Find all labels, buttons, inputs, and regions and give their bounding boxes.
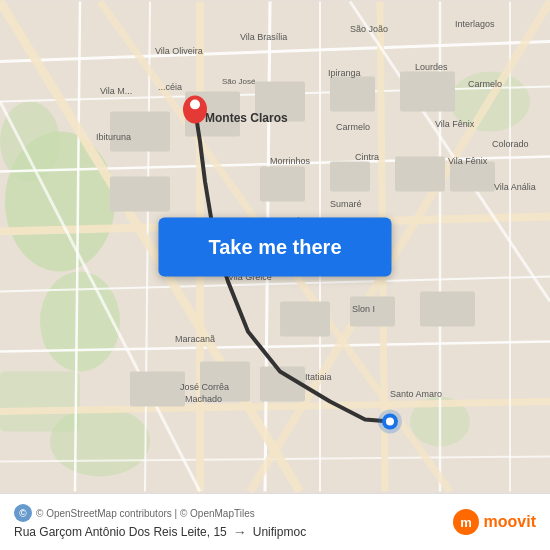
svg-text:...céia: ...céia	[158, 82, 182, 92]
svg-text:Ipiranga: Ipiranga	[328, 68, 361, 78]
svg-text:Santo Amaro: Santo Amaro	[390, 389, 442, 399]
svg-text:Morrinhos: Morrinhos	[270, 156, 311, 166]
svg-text:Montes Claros: Montes Claros	[205, 111, 288, 125]
bottom-bar: © © OpenStreetMap contributors | © OpenM…	[0, 493, 550, 550]
svg-text:Lourdes: Lourdes	[415, 62, 448, 72]
svg-rect-41	[420, 292, 475, 327]
svg-point-2	[40, 272, 120, 372]
osm-logo: ©	[14, 504, 32, 522]
svg-text:Maracanã: Maracanã	[175, 334, 215, 344]
svg-text:Carmelo: Carmelo	[468, 79, 502, 89]
svg-rect-34	[110, 177, 170, 212]
svg-point-74	[190, 100, 200, 110]
svg-text:Machado: Machado	[185, 394, 222, 404]
attribution-text: © OpenStreetMap contributors | © OpenMap…	[36, 508, 255, 519]
svg-text:Cintra: Cintra	[355, 152, 379, 162]
svg-text:Itatiaia: Itatiaia	[305, 372, 332, 382]
svg-text:Carmelo: Carmelo	[336, 122, 370, 132]
map-container: Vila Oliveira Vila Brasília São João Int…	[0, 0, 550, 493]
take-me-there-button[interactable]: Take me there	[158, 217, 391, 276]
moovit-text: moovit	[484, 513, 536, 531]
from-location: Rua Garçom Antônio Dos Reis Leite, 15	[14, 525, 227, 539]
svg-rect-32	[330, 77, 375, 112]
svg-text:Vila Fênix: Vila Fênix	[435, 119, 475, 129]
svg-text:Vila Oliveira: Vila Oliveira	[155, 46, 203, 56]
svg-point-78	[386, 418, 394, 426]
svg-text:Sumaré: Sumaré	[330, 199, 362, 209]
svg-text:Vila Brasília: Vila Brasília	[240, 32, 287, 42]
route-row: Rua Garçom Antônio Dos Reis Leite, 15 → …	[14, 524, 452, 540]
to-location: Unifipmoc	[253, 525, 306, 539]
svg-text:São José: São José	[222, 77, 256, 86]
svg-rect-37	[395, 157, 445, 192]
svg-text:São João: São João	[350, 24, 388, 34]
bottom-info: © © OpenStreetMap contributors | © OpenM…	[14, 504, 452, 540]
svg-text:Vila Fênix: Vila Fênix	[448, 156, 488, 166]
svg-text:Vila Anália: Vila Anália	[494, 182, 536, 192]
svg-text:m: m	[460, 515, 472, 530]
moovit-icon: m	[452, 508, 480, 536]
app: Vila Oliveira Vila Brasília São João Int…	[0, 0, 550, 550]
svg-text:Colorado: Colorado	[492, 139, 529, 149]
svg-text:Interlagos: Interlagos	[455, 19, 495, 29]
attribution-row: © © OpenStreetMap contributors | © OpenM…	[14, 504, 452, 522]
svg-rect-39	[280, 302, 330, 337]
svg-text:Slon I: Slon I	[352, 304, 375, 314]
svg-text:Ibituruna: Ibituruna	[96, 132, 131, 142]
svg-rect-35	[260, 167, 305, 202]
svg-text:José Corrêa: José Corrêa	[180, 382, 229, 392]
svg-rect-36	[330, 162, 370, 192]
svg-rect-6	[0, 372, 80, 432]
svg-rect-42	[130, 372, 185, 407]
svg-rect-33	[400, 72, 455, 112]
moovit-logo: m moovit	[452, 508, 536, 536]
arrow-icon: →	[233, 524, 247, 540]
svg-text:Vila M...: Vila M...	[100, 86, 132, 96]
svg-rect-38	[450, 162, 495, 192]
